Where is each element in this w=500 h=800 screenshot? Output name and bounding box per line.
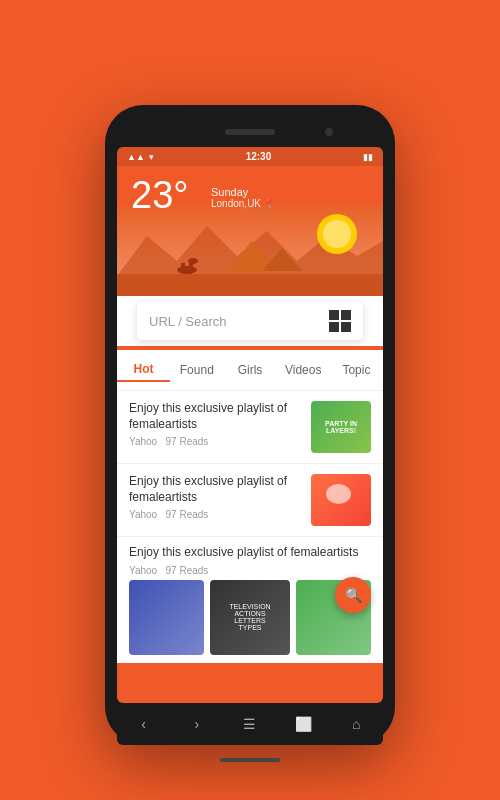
phone-top-bar bbox=[117, 117, 383, 147]
news-reads: 97 Reads bbox=[166, 509, 209, 520]
svg-rect-6 bbox=[181, 263, 185, 271]
grid-thumbnail-blue bbox=[129, 580, 204, 655]
search-fab-button[interactable]: 🔍 bbox=[335, 577, 371, 613]
phone-screen: ▲▲ ▾ 12:30 ▮▮ bbox=[117, 147, 383, 703]
landscape-svg bbox=[117, 206, 383, 296]
weather-info: Sunday London,UK 📍 bbox=[211, 186, 275, 209]
forward-button[interactable]: › bbox=[177, 709, 217, 739]
status-time: 12:30 bbox=[246, 151, 272, 162]
tab-topic[interactable]: Topic bbox=[330, 359, 383, 381]
tab-videos[interactable]: Videos bbox=[277, 359, 330, 381]
weather-temp: 23° bbox=[131, 174, 188, 216]
svg-point-5 bbox=[177, 266, 197, 274]
news-list: Enjoy this exclusive playlist of femalea… bbox=[117, 391, 383, 663]
qr-scan-icon[interactable] bbox=[329, 310, 351, 332]
menu-button[interactable]: ☰ bbox=[230, 709, 270, 739]
news-item[interactable]: Enjoy this exclusive playlist of femalea… bbox=[117, 391, 383, 464]
news-source: Yahoo bbox=[129, 509, 157, 520]
search-bar[interactable]: URL / Search bbox=[137, 302, 363, 340]
search-placeholder: URL / Search bbox=[149, 314, 227, 329]
svg-point-8 bbox=[188, 258, 198, 264]
news-meta: Yahoo 97 Reads bbox=[129, 509, 303, 520]
weather-section: 23° Sunday London,UK 📍 bbox=[117, 166, 383, 296]
wifi-icon: ▾ bbox=[149, 152, 154, 162]
art-image bbox=[311, 474, 371, 526]
news-reads: 97 Reads bbox=[166, 436, 209, 447]
status-right: ▮▮ bbox=[363, 152, 373, 162]
signal-icon: ▲▲ bbox=[127, 152, 145, 162]
search-container: URL / Search bbox=[117, 296, 383, 346]
news-meta: Yahoo 97 Reads bbox=[129, 436, 303, 447]
tabs-bar: Hot Found Girls Videos Topic bbox=[117, 350, 383, 391]
phone-mockup: ▲▲ ▾ 12:30 ▮▮ bbox=[0, 105, 500, 745]
news-title: Enjoy this exclusive playlist of femalea… bbox=[129, 545, 371, 561]
phone-bottom-bar bbox=[117, 745, 383, 775]
weather-location: London,UK 📍 bbox=[211, 198, 275, 209]
news-title: Enjoy this exclusive playlist of femalea… bbox=[129, 474, 303, 505]
news-item-content: Enjoy this exclusive playlist of femalea… bbox=[129, 401, 303, 447]
svg-rect-4 bbox=[117, 274, 383, 296]
location-pin-icon: 📍 bbox=[263, 198, 275, 209]
tab-girls[interactable]: Girls bbox=[223, 359, 276, 381]
news-meta: Yahoo 97 Reads bbox=[129, 565, 371, 576]
phone-camera bbox=[325, 128, 333, 136]
news-item-content: Enjoy this exclusive playlist of femalea… bbox=[129, 474, 303, 520]
news-thumbnail bbox=[311, 474, 371, 526]
news-title: Enjoy this exclusive playlist of femalea… bbox=[129, 401, 303, 432]
grid-thumbnail-text: TELEVISIONACTIONSLETTERSTYPES bbox=[210, 580, 291, 655]
tab-hot[interactable]: Hot bbox=[117, 358, 170, 382]
bottom-nav: ‹ › ☰ ⬜ ⌂ bbox=[117, 703, 383, 745]
back-button[interactable]: ‹ bbox=[124, 709, 164, 739]
status-left: ▲▲ ▾ bbox=[127, 152, 154, 162]
news-item[interactable]: Enjoy this exclusive playlist of femalea… bbox=[117, 464, 383, 537]
home-indicator bbox=[220, 758, 280, 762]
news-reads: 97 Reads bbox=[166, 565, 209, 576]
phone-speaker bbox=[225, 129, 275, 135]
weather-day: Sunday bbox=[211, 186, 275, 198]
news-source: Yahoo bbox=[129, 565, 157, 576]
phone-frame: ▲▲ ▾ 12:30 ▮▮ bbox=[105, 105, 395, 745]
party-image: PARTY IN LAYERS! bbox=[311, 401, 371, 453]
tabs-button[interactable]: ⬜ bbox=[283, 709, 323, 739]
tab-found[interactable]: Found bbox=[170, 359, 223, 381]
news-item[interactable]: Enjoy this exclusive playlist of femalea… bbox=[117, 537, 383, 580]
news-source: Yahoo bbox=[129, 436, 157, 447]
home-button[interactable]: ⌂ bbox=[336, 709, 376, 739]
svg-point-10 bbox=[323, 220, 351, 248]
news-thumbnail: PARTY IN LAYERS! bbox=[311, 401, 371, 453]
status-bar: ▲▲ ▾ 12:30 ▮▮ bbox=[117, 147, 383, 166]
battery-icon: ▮▮ bbox=[363, 152, 373, 162]
